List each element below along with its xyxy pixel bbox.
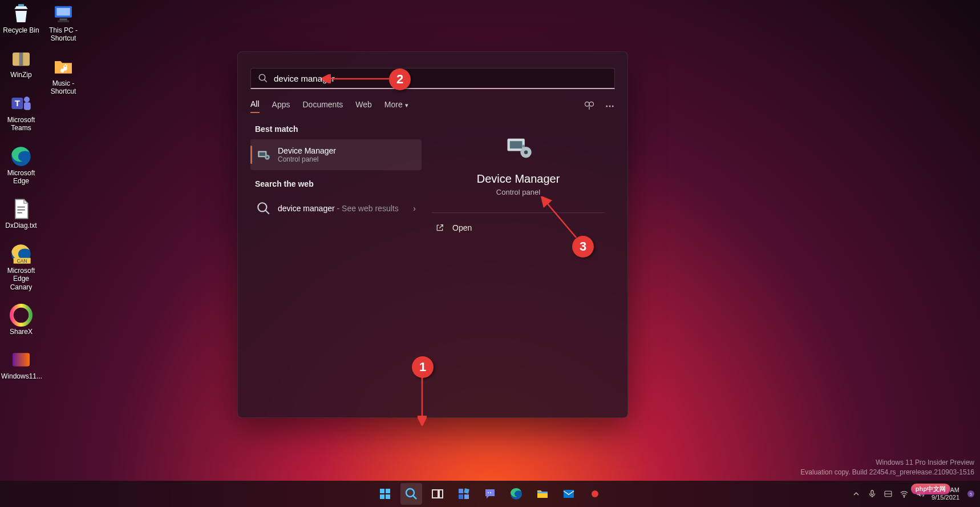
svg-rect-14: [59, 18, 67, 20]
chevron-down-icon: ▾: [405, 102, 408, 108]
svg-rect-15: [58, 21, 69, 22]
search-icon: [256, 201, 271, 216]
desktop-icon-sharex[interactable]: ShareX: [1, 304, 41, 336]
svg-rect-31: [522, 145, 524, 147]
tray-chevron-up-icon[interactable]: [852, 489, 861, 498]
annotation-2: 2: [389, 69, 411, 90]
svg-rect-1: [19, 53, 23, 66]
divider: [432, 212, 605, 213]
watermark-line1: Windows 11 Pro Insider Preview: [800, 458, 974, 468]
desktop-icon-label: Music - Shortcut: [43, 79, 83, 96]
desktop-icon-label: Microsoft Edge Canary: [1, 267, 41, 291]
this-pc-icon: [52, 2, 75, 25]
windows-watermark: Windows 11 Pro Insider Preview Evaluatio…: [800, 458, 974, 477]
search-results-list: Best match Device Manager Control panel …: [250, 121, 422, 240]
desktop-icon-label: DxDiag.txt: [1, 222, 41, 230]
device-manager-icon: [256, 147, 271, 162]
widgets-button[interactable]: [453, 483, 475, 505]
tab-apps[interactable]: Apps: [272, 100, 290, 112]
language-icon[interactable]: [884, 489, 893, 498]
search-button[interactable]: [400, 483, 422, 505]
svg-rect-40: [464, 488, 469, 493]
winzip-icon: [10, 47, 33, 70]
svg-point-4: [24, 96, 30, 102]
desktop-icon-recycle-bin[interactable]: Recycle Bin: [1, 2, 41, 34]
task-view-button[interactable]: [427, 483, 448, 505]
php-badge: php中文网: [911, 484, 950, 494]
svg-rect-37: [432, 490, 438, 498]
svg-text:T: T: [15, 98, 20, 108]
best-match-label: Best match: [250, 121, 422, 139]
desktop-icon-this-pc[interactable]: This PC - Shortcut: [43, 2, 83, 43]
desktop-icon-label: WinZip: [1, 71, 41, 79]
desktop-icon-label: ShareX: [1, 328, 41, 336]
music-folder-icon: [52, 55, 75, 78]
taskbar-center: [374, 483, 606, 505]
svg-rect-42: [464, 494, 469, 499]
desktop-icon-winzip[interactable]: WinZip: [1, 47, 41, 79]
annotation-3: 3: [572, 236, 594, 257]
desktop-icon-edge[interactable]: Microsoft Edge: [1, 145, 41, 186]
svg-rect-5: [24, 102, 31, 110]
svg-point-43: [488, 492, 489, 493]
chevron-right-icon: ›: [413, 204, 416, 213]
svg-rect-39: [459, 489, 463, 493]
open-link-icon: [435, 223, 444, 232]
desktop-icon-music[interactable]: Music - Shortcut: [43, 55, 83, 96]
tab-all[interactable]: All: [250, 99, 260, 113]
result-web-search[interactable]: device manager - See web results ›: [250, 194, 422, 223]
desktop-icon-dxdiag[interactable]: DxDiag.txt: [1, 198, 41, 230]
notification-icon[interactable]: 5: [966, 489, 975, 498]
tab-documents[interactable]: Documents: [302, 100, 343, 112]
result-subtitle: Control panel: [278, 155, 336, 163]
desktop-icons-column-1: Recycle Bin WinZip T Microsoft Teams Mic…: [1, 2, 46, 393]
svg-point-10: [11, 305, 30, 324]
web-suffix: - See web results: [335, 204, 399, 213]
svg-rect-13: [56, 8, 70, 15]
result-device-manager[interactable]: Device Manager Control panel: [250, 139, 422, 170]
desktop-icon-teams[interactable]: T Microsoft Teams: [1, 92, 41, 132]
wifi-icon[interactable]: [900, 489, 909, 498]
recording-indicator[interactable]: [584, 483, 606, 505]
action-open-label: Open: [452, 223, 472, 232]
svg-point-44: [490, 492, 491, 493]
clock-date: 9/15/2021: [932, 494, 959, 501]
svg-point-25: [266, 156, 268, 158]
recent-searches-icon[interactable]: [584, 101, 594, 111]
watermark-line2: Evaluation copy. Build 22454.rs_prerelea…: [800, 468, 974, 477]
mail-button[interactable]: [558, 483, 580, 505]
edge-icon: [10, 145, 33, 168]
desktop-icon-windows11-theme[interactable]: Windows11...: [1, 348, 41, 380]
desktop-icon-edge-canary[interactable]: CAN Microsoft Edge Canary: [1, 243, 41, 291]
theme-icon: [10, 348, 33, 371]
text-file-icon: [10, 198, 33, 220]
search-input[interactable]: [274, 74, 608, 83]
svg-point-16: [259, 74, 265, 81]
search-icon: [258, 73, 268, 83]
more-options-icon[interactable]: [605, 101, 615, 111]
desktop-icons-column-2: This PC - Shortcut Music - Shortcut: [43, 2, 88, 108]
start-button[interactable]: [374, 483, 396, 505]
file-explorer-button[interactable]: [532, 483, 553, 505]
svg-point-48: [592, 490, 598, 497]
search-preview-pane: Device Manager Control panel Open: [422, 121, 615, 240]
annotation-1: 1: [412, 356, 434, 378]
recycle-bin-icon: [10, 2, 33, 25]
microphone-icon[interactable]: [868, 489, 877, 498]
svg-rect-11: [13, 353, 30, 367]
edge-canary-icon: CAN: [10, 243, 33, 265]
svg-point-18: [589, 102, 594, 107]
svg-text:CAN: CAN: [17, 258, 27, 264]
svg-point-20: [609, 106, 611, 107]
svg-rect-38: [439, 490, 443, 498]
svg-rect-33: [386, 489, 390, 493]
svg-point-21: [612, 106, 614, 107]
sharex-icon: [10, 304, 33, 327]
tab-web[interactable]: Web: [355, 100, 372, 112]
chat-button[interactable]: [479, 483, 501, 505]
tab-more[interactable]: More▾: [384, 100, 408, 112]
svg-point-19: [606, 106, 608, 107]
search-box[interactable]: [250, 68, 615, 89]
edge-taskbar-button[interactable]: [505, 483, 527, 505]
svg-rect-41: [459, 494, 463, 499]
